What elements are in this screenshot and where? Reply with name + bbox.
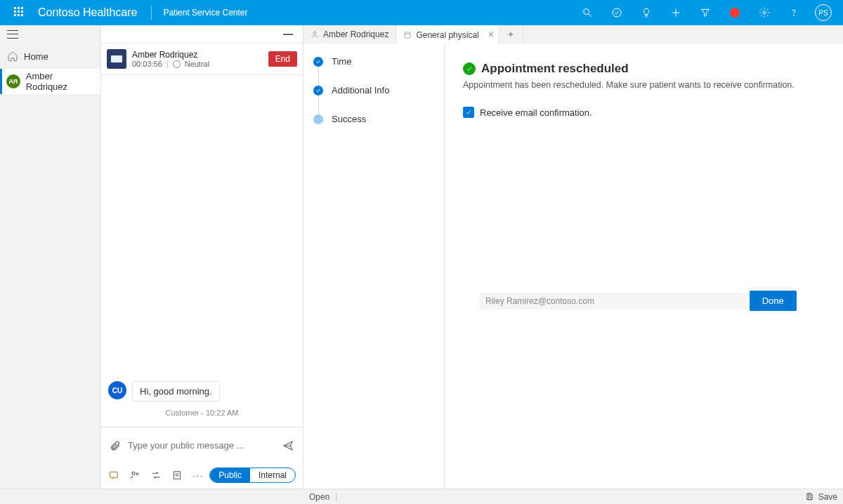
visibility-toggle[interactable]: Public Internal [209, 467, 296, 483]
success-check-icon [463, 62, 476, 75]
svg-point-5 [763, 11, 766, 14]
seg-internal[interactable]: Internal [250, 468, 295, 482]
attachment-icon[interactable] [110, 439, 121, 452]
svg-line-1 [589, 14, 592, 17]
send-icon[interactable] [282, 440, 294, 451]
help-icon[interactable] [783, 0, 805, 25]
chat-duration: 00:03:56 [132, 60, 162, 68]
step-dot-done-icon [313, 86, 323, 95]
svg-rect-22 [808, 497, 811, 500]
chat-input[interactable] [128, 440, 275, 451]
form-icon [403, 31, 412, 39]
save-icon[interactable] [805, 492, 814, 501]
nav-home-label: Home [24, 51, 48, 62]
session-label: Amber Rodriquez [26, 71, 96, 92]
message-meta: Customer - 10:22 AM [108, 409, 296, 417]
session-avatar: AR [6, 74, 20, 88]
message-text: Hi, good morning. [132, 381, 220, 402]
email-confirm-label: Receive email confirmation. [480, 107, 592, 118]
tab-general-physical[interactable]: General physical [396, 25, 499, 44]
email-field[interactable] [480, 293, 747, 310]
message-avatar: CU [108, 381, 126, 399]
end-conversation-button[interactable]: End [268, 51, 297, 67]
tab-label: Amber Rodriquez [323, 29, 388, 39]
step-label: Time [332, 56, 351, 67]
chat-sentiment: Neutral [185, 60, 209, 68]
chat-header: Amber Rodriquez 00:03:56 | Neutral End [101, 44, 303, 75]
divider [151, 6, 152, 20]
main-panel: Amber Rodriquez General physical [303, 25, 843, 489]
done-button[interactable]: Done [750, 291, 797, 311]
email-confirm-checkbox[interactable] [463, 107, 474, 118]
chat-panel: Amber Rodriquez 00:03:56 | Neutral End C… [101, 25, 303, 489]
step-time[interactable]: Time [313, 56, 434, 67]
hamburger-icon[interactable] [7, 30, 18, 39]
new-tab-button[interactable] [499, 25, 523, 44]
svg-point-10 [136, 473, 138, 475]
chat-transcript: CU Hi, good morning. Customer - 10:22 AM [101, 75, 303, 427]
quick-reply-icon[interactable] [108, 470, 119, 481]
chat-customer-name: Amber Rodriquez [132, 50, 263, 60]
search-icon[interactable] [576, 0, 599, 25]
svg-point-6 [793, 15, 794, 15]
recording-indicator-icon[interactable] [724, 0, 746, 25]
detail-subtitle: Appointment has been rescheduled. Make s… [463, 80, 825, 90]
minimize-icon[interactable] [283, 34, 293, 35]
user-avatar[interactable]: PS [812, 0, 835, 25]
status-save[interactable]: Save [818, 492, 837, 502]
tab-bar: Amber Rodriquez General physical [303, 25, 843, 44]
step-label: Additional Info [332, 85, 389, 95]
svg-rect-8 [110, 472, 118, 477]
step-additional-info[interactable]: Additional Info [313, 85, 434, 95]
step-dot-done-icon [313, 57, 323, 67]
notes-icon[interactable] [171, 470, 183, 481]
filter-icon[interactable] [694, 0, 717, 25]
svg-point-2 [613, 8, 621, 17]
svg-rect-11 [174, 472, 180, 479]
nav-home[interactable]: Home [0, 44, 100, 69]
svg-point-14 [313, 32, 316, 34]
step-success[interactable]: Success [313, 114, 434, 124]
person-icon [311, 30, 319, 39]
detail-column: Appointment rescheduled Appointment has … [444, 44, 843, 489]
brand-subtitle: Patient Service Center [163, 8, 247, 18]
left-rail: Home AR Amber Rodriquez [0, 25, 101, 489]
consult-icon[interactable] [129, 470, 140, 481]
detail-title: Appointment rescheduled [481, 62, 629, 76]
task-check-icon[interactable] [606, 0, 628, 25]
transfer-icon[interactable] [150, 470, 162, 481]
seg-public[interactable]: Public [210, 468, 250, 482]
svg-rect-15 [405, 32, 410, 38]
tab-amber[interactable]: Amber Rodriquez [303, 25, 396, 44]
chat-action-row: ··· Public Internal [101, 463, 303, 489]
step-dot-current-icon [313, 114, 323, 124]
status-bar: Open | Save [0, 489, 843, 504]
channel-icon [107, 49, 126, 69]
home-icon [7, 51, 18, 62]
brand-title: Contoso Healthcare [38, 6, 137, 19]
svg-rect-21 [808, 493, 811, 496]
chat-input-row [101, 427, 303, 463]
close-tab-icon[interactable] [488, 30, 495, 40]
app-launcher-icon[interactable] [8, 0, 31, 25]
sentiment-icon [173, 60, 181, 68]
svg-point-9 [132, 472, 135, 475]
more-icon[interactable]: ··· [192, 470, 204, 481]
step-column: Time Additional Info Success [303, 44, 444, 489]
chat-message: CU Hi, good morning. [108, 381, 296, 402]
lightbulb-icon[interactable] [635, 0, 658, 25]
svg-point-0 [584, 9, 589, 15]
user-initials: PS [815, 4, 832, 21]
tab-label: General physical [416, 30, 478, 40]
step-label: Success [332, 114, 366, 124]
add-icon[interactable] [665, 0, 687, 25]
global-header: Contoso Healthcare Patient Service Cente… [0, 0, 843, 25]
settings-gear-icon[interactable] [753, 0, 776, 25]
nav-session-amber[interactable]: AR Amber Rodriquez [0, 69, 100, 94]
status-open[interactable]: Open [309, 492, 329, 502]
